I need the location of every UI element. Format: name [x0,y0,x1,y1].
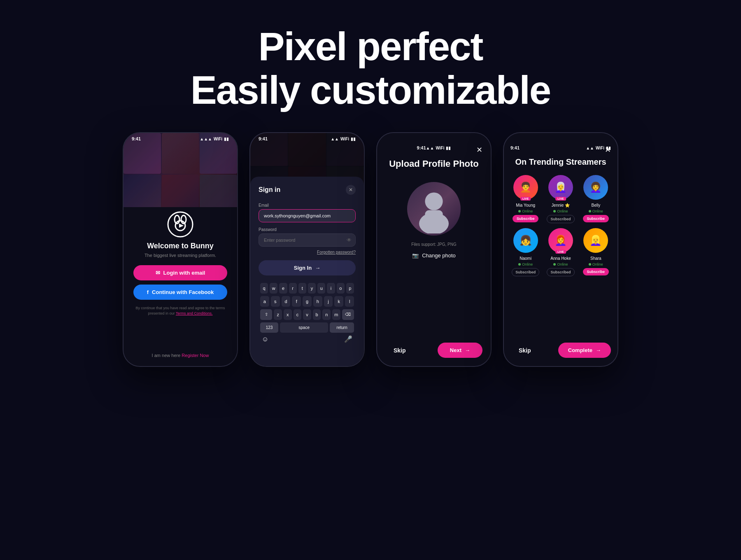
status-icons-2: ▲▲ WiFi ▮▮ [331,137,356,141]
status-bar-4: 9:41 ▲▲ WiFi ▮▮ [510,145,611,150]
streamer-name-belly: Belly [591,203,600,208]
key-shift[interactable]: ⇧ [260,309,272,320]
status-time-3: 9:41 [417,145,426,150]
key-v[interactable]: v [303,309,311,320]
streamer-status-mia: Online [518,209,533,213]
wifi-icon-4: WiFi [596,146,604,150]
skip-button-3[interactable]: Skip [385,343,414,358]
email-icon: ✉ [156,270,160,276]
facebook-icon: f [147,289,149,295]
streamer-item-mia: 🧑‍🦱 LIVE Mia Young Online Subscribe [510,175,541,223]
key-i[interactable]: i [327,283,335,294]
streamer-name-naomi: Naomi [520,256,531,261]
subscribed-button-anna[interactable]: Subscribed [547,268,574,276]
key-y[interactable]: y [308,283,316,294]
key-d[interactable]: d [282,296,291,307]
register-link[interactable]: Register Now [182,353,209,358]
key-g[interactable]: g [303,296,312,307]
streamer-item-belly: 👩‍🦱 Belly Online Subscribe [581,175,611,223]
facebook-button[interactable]: f Continue with Facebook [133,285,227,300]
subscribed-button-naomi[interactable]: Subscribed [512,268,539,276]
streamer-item-naomi: 👧 Naomi Online Subscribed [510,228,541,276]
key-return[interactable]: return [330,322,354,333]
key-u[interactable]: u [317,283,325,294]
bg-grid [124,133,237,215]
battery-icon-2: ▮▮ [351,137,356,141]
key-l[interactable]: l [345,296,354,307]
email-input[interactable] [259,209,356,222]
avatar-placeholder [407,182,461,236]
key-b[interactable]: b [313,309,321,320]
register-prefix: I am new here [152,353,181,358]
key-h[interactable]: h [313,296,322,307]
next-button[interactable]: Next → [438,343,482,358]
phone3-close-button[interactable]: ✕ [476,145,482,154]
phone3-footer: Skip Next → [385,343,482,358]
live-badge-mia: LIVE [520,197,531,201]
key-z[interactable]: z [274,309,282,320]
forgot-password-link[interactable]: Forgotten password? [259,250,356,254]
terms-link[interactable]: Terms and Conditions. [176,311,213,315]
phone4-content: 9:41 ▲▲ WiFi ▮▮ ✕ On Trending Streamers … [504,133,618,366]
phone-signin: 9:41 ▲▲ WiFi ▮▮ Sign in ✕ Email Password [249,132,365,367]
complete-button[interactable]: Complete → [558,343,611,358]
eye-icon[interactable]: 👁 [347,237,352,243]
key-123[interactable]: 123 [260,322,278,333]
key-n[interactable]: n [322,309,331,320]
key-q[interactable]: q [260,283,268,294]
key-space[interactable]: space [280,322,328,333]
key-a[interactable]: a [260,296,269,307]
subscribe-button-shara[interactable]: Subscribe [583,268,609,275]
register-text: I am new here Register Now [152,353,209,358]
key-w[interactable]: w [270,283,277,294]
wifi-icon-3: WiFi [436,146,444,150]
status-bar-3: 9:41 ▲▲ WiFi ▮▮ [417,145,451,150]
streamer-avatar-jennie: 👩‍🦳 LIVE [548,175,573,200]
phone1-background [124,133,237,215]
password-field-label: Password [259,227,356,232]
key-x[interactable]: x [284,309,292,320]
key-f[interactable]: f [292,296,301,307]
live-badge-jennie: LIVE [555,197,566,201]
svg-marker-4 [179,224,184,228]
streamer-avatar-shara: 👱‍♀️ [583,228,608,253]
key-m[interactable]: m [332,309,340,320]
key-e[interactable]: e [279,283,287,294]
keyboard-row-4: 123 space return [260,322,354,333]
arrow-right-icon-2: → [596,347,601,353]
email-field-label: Email [259,203,356,208]
trending-title: On Trending Streamers [510,157,611,167]
key-c[interactable]: c [294,309,302,320]
status-icons-3: ▲▲ WiFi ▮▮ [426,146,451,150]
subscribe-button-belly[interactable]: Subscribe [583,215,609,222]
change-photo-label: Change photo [422,252,456,259]
modal-close-button[interactable]: ✕ [346,185,356,195]
emoji-icon[interactable]: ☺ [262,336,268,343]
streamer-item-jennie: 👩‍🦳 LIVE Jennie ⭐ Online Subscribed [545,175,576,223]
change-photo-button[interactable]: 📷 Change photo [412,252,456,259]
login-email-button[interactable]: ✉ Login with email [133,265,227,280]
signin-button[interactable]: Sign In → [259,260,356,275]
key-t[interactable]: t [298,283,306,294]
key-o[interactable]: o [337,283,345,294]
status-bar-1: 9:41 ▲▲▲ WiFi ▮▮ [124,133,237,143]
key-s[interactable]: s [271,296,280,307]
streamer-avatar-mia: 🧑‍🦱 LIVE [513,175,538,200]
password-input[interactable] [259,233,356,247]
key-r[interactable]: r [289,283,297,294]
key-j[interactable]: j [324,296,333,307]
modal-overlay: Sign in ✕ Email Password 👁 Forgotten pas… [250,133,364,366]
bunny-logo [167,211,193,238]
subscribe-button-mia[interactable]: Subscribe [513,215,539,222]
welcome-title: Welcome to Bunny [147,242,214,250]
key-p[interactable]: p [346,283,354,294]
phone-upload-photo: 9:41 ▲▲ WiFi ▮▮ ✕ Upload Profile Photo [376,132,492,367]
key-k[interactable]: k [334,296,343,307]
password-field-wrap: 👁 [259,233,356,247]
key-delete[interactable]: ⌫ [342,309,354,320]
signal-icon-4: ▲▲ [586,146,594,150]
mic-icon[interactable]: 🎤 [344,335,352,343]
skip-button-4[interactable]: Skip [510,343,539,358]
subscribed-button-jennie[interactable]: Subscribed [547,215,574,223]
arrow-right-icon: → [465,347,470,353]
